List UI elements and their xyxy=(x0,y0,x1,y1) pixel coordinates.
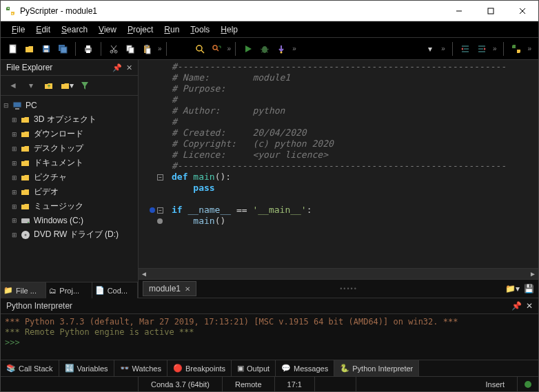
code-editor[interactable]: #---------------------------------------… xyxy=(167,60,538,268)
pin-icon[interactable]: 📌 xyxy=(112,63,122,72)
maximize-button[interactable] xyxy=(475,1,507,21)
fold-icon-2[interactable]: − xyxy=(157,207,163,214)
breakpoint-icon-2[interactable] xyxy=(157,218,163,224)
print-icon[interactable] xyxy=(81,42,95,56)
tree-item[interactable]: ⊞ドキュメント xyxy=(2,156,136,170)
browse-icon[interactable]: ▾ xyxy=(60,79,74,92)
filter-icon[interactable] xyxy=(78,79,92,92)
debug-icon[interactable] xyxy=(258,42,272,56)
save-all-icon[interactable] xyxy=(56,42,70,56)
menu-view[interactable]: View xyxy=(93,25,122,34)
explorer-tree[interactable]: ⊟ PC ⊞3D オブジェクト⊞ダウンロード⊞デスクトップ⊞ドキュメント⊞ピクチ… xyxy=(1,96,138,282)
editor-area: − − #-----------------------------------… xyxy=(139,60,538,298)
tab-output[interactable]: ▣Output xyxy=(232,360,276,376)
expand-icon[interactable]: ⊞ xyxy=(12,203,20,210)
run-icon[interactable] xyxy=(241,42,255,56)
toolbar-overflow-3-icon[interactable]: » xyxy=(291,45,298,52)
toolbar-overflow-5-icon[interactable]: » xyxy=(491,45,498,52)
scroll-right-icon[interactable]: ► xyxy=(527,270,538,278)
tree-item[interactable]: ⊞ミュージック xyxy=(2,199,136,214)
tree-item[interactable]: ⊞ビデオ xyxy=(2,185,136,199)
menu-edit[interactable]: Edit xyxy=(30,25,56,34)
minimize-button[interactable] xyxy=(443,1,475,21)
pref-1-icon[interactable]: ▾ xyxy=(423,42,437,56)
tab-call-stack[interactable]: 📚Call Stack xyxy=(1,360,59,376)
up-folder-icon[interactable] xyxy=(42,79,56,92)
panel-close-icon[interactable]: ✕ xyxy=(126,63,132,72)
collapse-icon[interactable]: ⊟ xyxy=(3,102,12,109)
tree-item[interactable]: ⊞デスクトップ xyxy=(2,141,136,156)
menu-help[interactable]: Help xyxy=(215,25,243,34)
expand-icon[interactable]: ⊞ xyxy=(12,116,20,123)
toolbar-overflow-icon[interactable]: » xyxy=(156,45,163,52)
tree-item[interactable]: ⊞DVD RW ドライブ (D:) xyxy=(2,227,136,242)
svg-point-33 xyxy=(281,51,283,53)
editor-tab-module1[interactable]: module1 ✕ xyxy=(143,281,196,296)
tree-item[interactable]: ⊞ダウンロード xyxy=(2,127,136,141)
expand-icon[interactable]: ⊞ xyxy=(12,174,20,181)
tree-item[interactable]: ⊞ピクチャ xyxy=(2,170,136,185)
open-file-icon[interactable] xyxy=(23,42,37,56)
expand-icon[interactable]: ⊞ xyxy=(12,131,20,138)
tab-python-interpreter[interactable]: 🐍Python Interpreter xyxy=(334,360,419,376)
close-button[interactable] xyxy=(507,1,538,21)
toolbar-overflow-6-icon[interactable]: » xyxy=(526,45,533,52)
expand-icon[interactable]: ⊞ xyxy=(12,189,20,196)
breakpoint-icon[interactable] xyxy=(150,207,155,213)
toolbar-overflow-4-icon[interactable]: » xyxy=(440,45,447,52)
tab-watches[interactable]: 👓Watches xyxy=(114,360,167,376)
open-folder-icon[interactable]: 📁▾ xyxy=(505,284,520,293)
svg-rect-40 xyxy=(13,102,21,107)
interpreter-pin-icon[interactable]: 📌 xyxy=(511,301,522,311)
step-icon[interactable] xyxy=(274,42,288,56)
tab-close-icon[interactable]: ✕ xyxy=(185,285,190,293)
tree-item[interactable]: ⊞Windows (C:) xyxy=(2,214,136,227)
python-icon[interactable] xyxy=(509,42,523,56)
tree-item-label: ビデオ xyxy=(34,186,59,198)
find-icon[interactable] xyxy=(193,42,207,56)
svg-line-25 xyxy=(201,50,204,53)
tree-item-label: ドキュメント xyxy=(34,157,83,169)
tab-breakpoints[interactable]: 🔴Breakpoints xyxy=(167,360,232,376)
fwd-icon[interactable]: ▾ xyxy=(24,79,38,92)
find-replace-icon[interactable] xyxy=(210,42,223,56)
menu-run[interactable]: Run xyxy=(159,25,185,34)
toolbar-overflow-2-icon[interactable]: » xyxy=(226,45,233,52)
expand-icon[interactable]: ⊞ xyxy=(12,217,20,224)
tab-grip[interactable]: ••••• xyxy=(196,285,501,292)
tree-root[interactable]: ⊟ PC xyxy=(2,99,136,112)
sidebar-tab-file-explorer[interactable]: 📁File ... xyxy=(1,282,46,298)
fold-icon[interactable]: − xyxy=(157,174,163,180)
horizontal-scrollbar[interactable]: ◄ ► xyxy=(139,268,538,279)
indent-right-icon[interactable] xyxy=(475,42,489,56)
copy-icon[interactable] xyxy=(123,42,137,56)
save-icon[interactable] xyxy=(39,42,53,56)
svg-point-1 xyxy=(12,13,13,14)
tab-variables[interactable]: 🔣Variables xyxy=(59,360,114,376)
back-icon[interactable]: ◄ xyxy=(6,79,20,92)
editor-viewport[interactable]: − − #-----------------------------------… xyxy=(139,60,538,268)
tab-messages[interactable]: 💬Messages xyxy=(276,360,334,376)
menu-tools[interactable]: Tools xyxy=(185,25,215,34)
new-file-icon[interactable] xyxy=(6,42,20,56)
interpreter-close-icon[interactable]: ✕ xyxy=(526,301,533,311)
sidebar-tab-code[interactable]: 📄Cod... xyxy=(92,282,138,298)
menu-file[interactable]: File xyxy=(6,25,30,34)
interpreter-console[interactable]: *** Python 3.7.3 (default, Mar 27 2019, … xyxy=(1,314,538,360)
indent-left-icon[interactable] xyxy=(458,42,472,56)
expand-icon[interactable]: ⊞ xyxy=(12,160,20,167)
pc-icon xyxy=(12,100,23,111)
tree-item[interactable]: ⊞3D オブジェクト xyxy=(2,112,136,127)
menu-search[interactable]: Search xyxy=(56,25,93,34)
editor-tabs: module1 ✕ ••••• 📁▾ 💾 xyxy=(139,279,538,298)
scroll-left-icon[interactable]: ◄ xyxy=(139,270,150,278)
paste-icon[interactable] xyxy=(140,42,154,56)
watches-icon: 👓 xyxy=(120,364,130,373)
save-tab-icon[interactable]: 💾 xyxy=(524,284,534,293)
menu-project[interactable]: Project xyxy=(122,25,159,34)
folder-icon xyxy=(20,158,31,169)
cut-icon[interactable] xyxy=(107,42,121,56)
sidebar-tab-project[interactable]: 🗂Proj... xyxy=(46,282,92,298)
expand-icon[interactable]: ⊞ xyxy=(12,145,20,152)
expand-icon[interactable]: ⊞ xyxy=(12,231,20,238)
